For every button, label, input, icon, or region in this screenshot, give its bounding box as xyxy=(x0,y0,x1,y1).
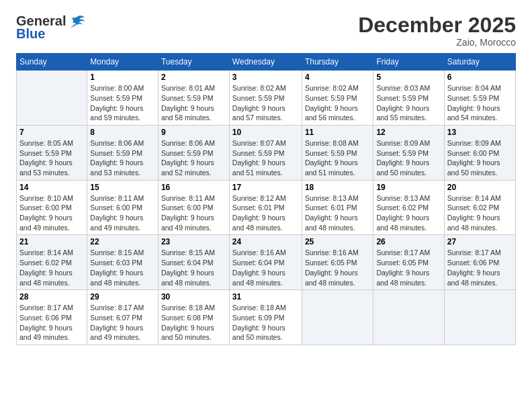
table-row: 21Sunrise: 8:14 AM Sunset: 6:02 PM Dayli… xyxy=(17,235,87,290)
day-info: Sunrise: 8:05 AM Sunset: 5:59 PM Dayligh… xyxy=(19,138,84,178)
day-number: 24 xyxy=(232,237,299,246)
table-row: 5Sunrise: 8:03 AM Sunset: 5:59 PM Daylig… xyxy=(373,71,444,126)
table-row: 25Sunrise: 8:16 AM Sunset: 6:05 PM Dayli… xyxy=(302,235,373,290)
day-info: Sunrise: 8:00 AM Sunset: 5:59 PM Dayligh… xyxy=(90,83,155,123)
day-number: 6 xyxy=(447,73,513,82)
day-number: 22 xyxy=(90,237,155,246)
table-row xyxy=(444,290,515,345)
col-sunday: Sunday xyxy=(17,54,87,71)
day-info: Sunrise: 8:18 AM Sunset: 6:09 PM Dayligh… xyxy=(232,303,299,342)
table-row: 13Sunrise: 8:09 AM Sunset: 6:00 PM Dayli… xyxy=(444,125,515,180)
table-row: 30Sunrise: 8:18 AM Sunset: 6:08 PM Dayli… xyxy=(158,290,229,345)
col-tuesday: Tuesday xyxy=(158,54,229,71)
day-info: Sunrise: 8:06 AM Sunset: 5:59 PM Dayligh… xyxy=(161,138,226,178)
logo-bird-icon xyxy=(69,14,86,29)
day-number: 10 xyxy=(232,128,299,137)
calendar-week-row: 28Sunrise: 8:17 AM Sunset: 6:06 PM Dayli… xyxy=(17,290,516,345)
day-info: Sunrise: 8:07 AM Sunset: 5:59 PM Dayligh… xyxy=(232,138,299,178)
day-number: 28 xyxy=(19,292,84,302)
location-subtitle: Zaio, Morocco xyxy=(358,37,516,48)
day-info: Sunrise: 8:17 AM Sunset: 6:06 PM Dayligh… xyxy=(447,248,513,287)
day-info: Sunrise: 8:13 AM Sunset: 6:01 PM Dayligh… xyxy=(305,193,370,233)
table-row xyxy=(302,290,373,345)
table-row: 6Sunrise: 8:04 AM Sunset: 5:59 PM Daylig… xyxy=(444,71,515,126)
day-info: Sunrise: 8:03 AM Sunset: 5:59 PM Dayligh… xyxy=(376,83,441,123)
day-info: Sunrise: 8:16 AM Sunset: 6:04 PM Dayligh… xyxy=(232,248,299,287)
day-number: 13 xyxy=(447,128,513,137)
table-row: 2Sunrise: 8:01 AM Sunset: 5:59 PM Daylig… xyxy=(158,71,229,126)
calendar-week-row: 21Sunrise: 8:14 AM Sunset: 6:02 PM Dayli… xyxy=(17,235,516,290)
day-info: Sunrise: 8:13 AM Sunset: 6:02 PM Dayligh… xyxy=(376,193,441,233)
calendar-header-row: Sunday Monday Tuesday Wednesday Thursday… xyxy=(17,54,516,71)
table-row: 12Sunrise: 8:09 AM Sunset: 5:59 PM Dayli… xyxy=(373,125,444,180)
day-number: 18 xyxy=(305,183,370,192)
day-number: 29 xyxy=(90,292,155,302)
page-header: General Blue December 2025 Zaio, Morocco xyxy=(16,13,516,48)
day-number: 1 xyxy=(90,73,155,82)
col-friday: Friday xyxy=(373,54,444,71)
day-info: Sunrise: 8:09 AM Sunset: 5:59 PM Dayligh… xyxy=(376,138,441,178)
table-row: 7Sunrise: 8:05 AM Sunset: 5:59 PM Daylig… xyxy=(17,125,87,180)
day-number: 17 xyxy=(232,183,299,192)
table-row: 3Sunrise: 8:02 AM Sunset: 5:59 PM Daylig… xyxy=(229,71,302,126)
day-number: 31 xyxy=(232,292,299,302)
col-monday: Monday xyxy=(87,54,159,71)
day-number: 30 xyxy=(161,292,226,302)
table-row: 9Sunrise: 8:06 AM Sunset: 5:59 PM Daylig… xyxy=(158,125,229,180)
day-number: 5 xyxy=(376,73,441,82)
day-info: Sunrise: 8:11 AM Sunset: 6:00 PM Dayligh… xyxy=(161,193,226,233)
day-number: 7 xyxy=(19,128,84,137)
table-row: 11Sunrise: 8:08 AM Sunset: 5:59 PM Dayli… xyxy=(302,125,373,180)
day-number: 11 xyxy=(305,128,370,137)
day-info: Sunrise: 8:09 AM Sunset: 6:00 PM Dayligh… xyxy=(447,138,513,178)
day-number: 26 xyxy=(376,237,441,246)
day-number: 12 xyxy=(376,128,441,137)
logo-blue: Blue xyxy=(16,28,86,40)
table-row: 29Sunrise: 8:17 AM Sunset: 6:07 PM Dayli… xyxy=(87,290,159,345)
table-row: 22Sunrise: 8:15 AM Sunset: 6:03 PM Dayli… xyxy=(87,235,159,290)
table-row: 15Sunrise: 8:11 AM Sunset: 6:00 PM Dayli… xyxy=(87,180,159,235)
calendar-week-row: 7Sunrise: 8:05 AM Sunset: 5:59 PM Daylig… xyxy=(17,125,516,180)
day-info: Sunrise: 8:16 AM Sunset: 6:05 PM Dayligh… xyxy=(305,248,370,287)
table-row: 28Sunrise: 8:17 AM Sunset: 6:06 PM Dayli… xyxy=(17,290,87,345)
day-info: Sunrise: 8:01 AM Sunset: 5:59 PM Dayligh… xyxy=(161,83,226,123)
day-number: 9 xyxy=(161,128,226,137)
day-info: Sunrise: 8:14 AM Sunset: 6:02 PM Dayligh… xyxy=(447,193,513,233)
col-thursday: Thursday xyxy=(302,54,373,71)
table-row: 31Sunrise: 8:18 AM Sunset: 6:09 PM Dayli… xyxy=(229,290,302,345)
table-row xyxy=(17,71,87,126)
calendar-week-row: 1Sunrise: 8:00 AM Sunset: 5:59 PM Daylig… xyxy=(17,71,516,126)
col-wednesday: Wednesday xyxy=(229,54,302,71)
table-row: 18Sunrise: 8:13 AM Sunset: 6:01 PM Dayli… xyxy=(302,180,373,235)
day-info: Sunrise: 8:15 AM Sunset: 6:04 PM Dayligh… xyxy=(161,248,226,287)
table-row: 24Sunrise: 8:16 AM Sunset: 6:04 PM Dayli… xyxy=(229,235,302,290)
table-row: 27Sunrise: 8:17 AM Sunset: 6:06 PM Dayli… xyxy=(444,235,515,290)
day-number: 23 xyxy=(161,237,226,246)
day-info: Sunrise: 8:12 AM Sunset: 6:01 PM Dayligh… xyxy=(232,193,299,233)
table-row: 16Sunrise: 8:11 AM Sunset: 6:00 PM Dayli… xyxy=(158,180,229,235)
day-info: Sunrise: 8:17 AM Sunset: 6:05 PM Dayligh… xyxy=(376,248,441,287)
day-info: Sunrise: 8:08 AM Sunset: 5:59 PM Dayligh… xyxy=(305,138,370,178)
col-saturday: Saturday xyxy=(444,54,515,71)
day-number: 21 xyxy=(19,237,84,246)
day-info: Sunrise: 8:15 AM Sunset: 6:03 PM Dayligh… xyxy=(90,248,155,287)
table-row: 8Sunrise: 8:06 AM Sunset: 5:59 PM Daylig… xyxy=(87,125,159,180)
table-row xyxy=(373,290,444,345)
day-number: 15 xyxy=(90,183,155,192)
table-row: 1Sunrise: 8:00 AM Sunset: 5:59 PM Daylig… xyxy=(87,71,159,126)
day-info: Sunrise: 8:02 AM Sunset: 5:59 PM Dayligh… xyxy=(232,83,299,123)
day-number: 25 xyxy=(305,237,370,246)
title-block: December 2025 Zaio, Morocco xyxy=(358,13,516,48)
day-info: Sunrise: 8:02 AM Sunset: 5:59 PM Dayligh… xyxy=(305,83,370,123)
table-row: 23Sunrise: 8:15 AM Sunset: 6:04 PM Dayli… xyxy=(158,235,229,290)
table-row: 26Sunrise: 8:17 AM Sunset: 6:05 PM Dayli… xyxy=(373,235,444,290)
day-number: 8 xyxy=(90,128,155,137)
logo: General Blue xyxy=(16,13,86,40)
day-number: 4 xyxy=(305,73,370,82)
day-info: Sunrise: 8:17 AM Sunset: 6:07 PM Dayligh… xyxy=(90,303,155,342)
table-row: 14Sunrise: 8:10 AM Sunset: 6:00 PM Dayli… xyxy=(17,180,87,235)
month-title: December 2025 xyxy=(358,13,516,37)
day-number: 3 xyxy=(232,73,299,82)
day-number: 2 xyxy=(161,73,226,82)
table-row: 20Sunrise: 8:14 AM Sunset: 6:02 PM Dayli… xyxy=(444,180,515,235)
